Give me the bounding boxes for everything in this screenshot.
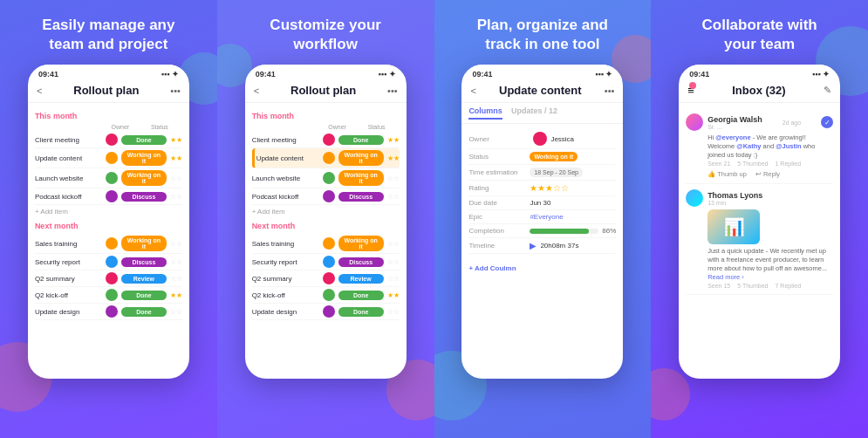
phone-header-4: ≡ Inbox (32) ✎ <box>679 80 840 103</box>
detail-epic: Epic #Everyone <box>468 210 616 224</box>
panel-3-heading: Plan, organize andtrack in one tool <box>477 16 608 54</box>
label-completion: Completion <box>468 227 530 235</box>
avatar <box>106 237 118 250</box>
replied-count-1: 1 Replied <box>776 161 802 167</box>
status-bar-2: 09:41 ▪▪▪ ✦ <box>245 65 407 80</box>
task-name: Podcast kickoff <box>252 193 319 201</box>
signal-3: ▪▪▪ ✦ <box>595 70 612 79</box>
table-row: Launch website Working on it ☆☆ <box>35 168 182 188</box>
section-this-month-2: This month <box>252 112 400 120</box>
phone-header-2: < Rollout plan ••• <box>245 80 407 103</box>
inbox-content: Georgia Walsh Sr. ... 2d ago ✓ Hi @every… <box>679 103 840 300</box>
thumbed-count-1: 5 Thumbed <box>737 161 768 167</box>
tab-updates[interactable]: Updates / 12 <box>511 106 557 120</box>
label-status: Status <box>468 153 530 161</box>
panel-2-heading: Customize yourworkflow <box>270 16 381 54</box>
inbox-header-2: Thomas Lyons 13 min <box>686 189 833 207</box>
task-name: Sales training <box>35 240 102 248</box>
avatar <box>323 172 335 184</box>
add-item-btn-2[interactable]: + Add item <box>252 205 400 218</box>
avatar <box>106 289 118 301</box>
read-more-link[interactable]: Read more › <box>707 273 744 281</box>
task-name: Security report <box>252 258 319 266</box>
rating-value: ★★★☆☆ <box>530 183 569 193</box>
avatar <box>323 190 335 202</box>
col-status-1: Status <box>137 124 182 130</box>
phone-2: 09:41 ▪▪▪ ✦ < Rollout plan ••• This mont… <box>245 65 407 379</box>
add-column-btn[interactable]: + Add Coulmn <box>468 254 616 278</box>
task-name: Client meeting <box>35 136 102 144</box>
status-badge: Working on it <box>121 236 167 251</box>
status-badge: Discuss <box>338 257 384 267</box>
stars: ☆☆ <box>170 258 182 266</box>
stars: ☆☆ <box>387 193 400 201</box>
edit-icon-4[interactable]: ✎ <box>824 85 831 96</box>
deco-circle-8 <box>651 368 690 421</box>
play-icon[interactable]: ▶ <box>530 241 537 250</box>
table-row: Q2 kick-off Done ★★ <box>252 287 400 304</box>
table-row: Q2 kick-off Done ★★ <box>35 287 182 304</box>
section-next-month-1: Next month <box>35 222 182 230</box>
task-name: Sales training <box>252 240 319 248</box>
label-time: Time estimation <box>468 168 530 176</box>
col-headers-1: Owner Status <box>35 124 182 130</box>
avatar <box>106 305 118 318</box>
status-badge: Done <box>121 291 167 300</box>
phone-header-3: < Update content ••• <box>461 80 623 103</box>
label-due: Due date <box>468 199 530 207</box>
table-row: Q2 summary Review ☆☆ <box>252 270 400 287</box>
message-image: 📊 <box>707 209 760 244</box>
detail-due: Due date Jun 30 <box>468 196 616 210</box>
task-name: Q2 kick-off <box>252 291 319 299</box>
status-bar-3: 09:41 ▪▪▪ ✦ <box>461 65 623 80</box>
table-row: Sales training Working on it ☆☆ <box>252 234 400 254</box>
label-owner: Owner <box>468 135 530 143</box>
more-icon-1[interactable]: ••• <box>170 86 181 96</box>
phone-content-1: This month Owner Status Client meeting D… <box>28 103 189 325</box>
phone-4: 09:41 ▪▪▪ ✦ ≡ Inbox (32) ✎ Georgia Walsh… <box>679 65 840 379</box>
avatar-georgia <box>686 113 703 131</box>
status-badge: Review <box>121 274 167 284</box>
label-epic: Epic <box>468 213 530 221</box>
msg-text-1: Hi @everyone - We are growing!! Welcome … <box>707 133 833 159</box>
panel-4-heading: Collaborate withyour team <box>702 16 817 54</box>
notif-dot <box>689 82 696 89</box>
thumb-up-btn[interactable]: 👍 Thumb up <box>707 170 747 178</box>
phone-title-1: Rollout plan <box>42 84 170 97</box>
avatar-thomas <box>686 189 703 207</box>
stars: ☆☆ <box>387 275 400 283</box>
stars: ☆☆ <box>170 308 182 316</box>
table-row: Security report Discuss ☆☆ <box>35 254 182 270</box>
owner-avatar <box>533 132 547 146</box>
status-badge: Working on it <box>338 170 384 186</box>
more-icon-2[interactable]: ••• <box>387 86 398 96</box>
label-timeline: Timeline <box>468 242 530 250</box>
inbox-message-2: Thomas Lyons 13 min 📊 Just a quick updat… <box>686 184 833 295</box>
inbox-header-1: Georgia Walsh Sr. ... 2d ago ✓ <box>686 113 833 131</box>
avatar <box>323 256 335 268</box>
thumb-icon: 👍 <box>707 170 715 178</box>
avatar <box>323 305 335 318</box>
tab-columns[interactable]: Columns <box>468 106 502 120</box>
more-icon-3[interactable]: ••• <box>605 86 615 96</box>
mention-everyone: @everyone <box>715 133 750 141</box>
stars: ★★ <box>170 291 182 299</box>
task-name: Update content <box>256 154 319 162</box>
reply-btn[interactable]: ↩ Reply <box>755 170 780 178</box>
section-this-month-1: This month <box>35 112 182 120</box>
status-badge: Done <box>338 291 384 300</box>
notification-icon[interactable]: ≡ <box>687 84 694 97</box>
inbox-message-1: Georgia Walsh Sr. ... 2d ago ✓ Hi @every… <box>686 108 833 184</box>
due-value: Jun 30 <box>530 199 550 207</box>
add-item-btn[interactable]: + Add item <box>35 205 182 218</box>
replied-count-2: 7 Replied <box>776 283 802 289</box>
thumbed-count-2: 5 Thumbed <box>737 283 768 289</box>
detail-status: Status Working on it <box>468 149 616 165</box>
col-status-2: Status <box>354 124 400 130</box>
epic-value: #Everyone <box>530 213 563 221</box>
avatar <box>106 190 118 202</box>
msg-text-2: Just a quick update - We recently met up… <box>707 247 833 281</box>
task-name: Q2 summary <box>35 275 102 283</box>
table-row: Update design Done ☆☆ <box>252 304 400 320</box>
stars: ☆☆ <box>387 240 400 248</box>
